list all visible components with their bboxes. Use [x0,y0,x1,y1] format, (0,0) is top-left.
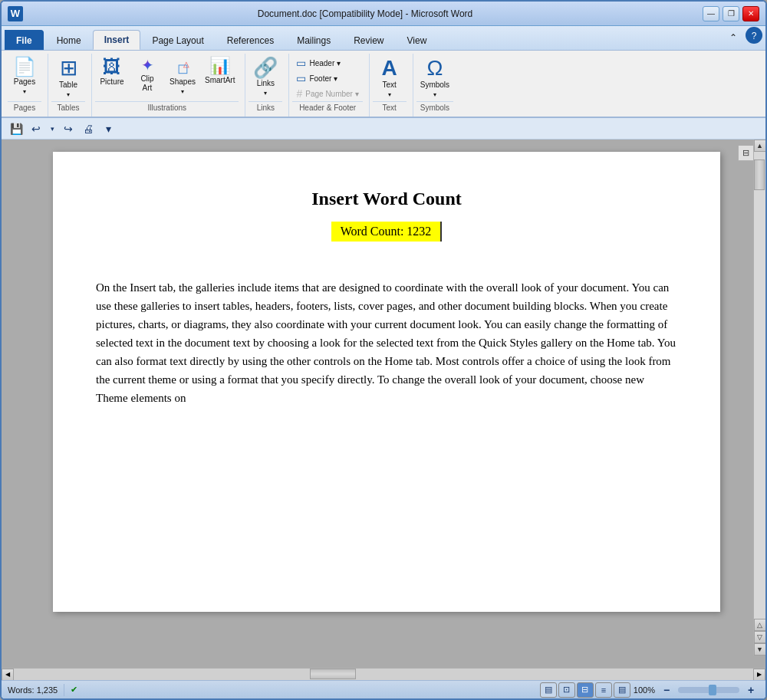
scroll-track[interactable] [754,152,765,619]
links-button[interactable]: 🔗 Links▾ [249,55,282,100]
application-window: W Document.doc [Compatibility Mode] - Mi… [0,0,767,700]
status-bar-right: ▤ ⊡ ⊟ ≡ ▤ 100% − + [540,682,759,698]
highlighted-text-wrapper: Word Count: 1232 [96,222,677,260]
web-layout-view[interactable]: ⊟ [577,682,594,698]
side-view-button[interactable]: ⊟ [739,146,753,161]
undo-dropdown[interactable]: ▾ [48,121,57,136]
tab-page-layout[interactable]: Page Layout [140,30,215,50]
scroll-left-button[interactable]: ◀ [2,669,14,681]
view-buttons: ▤ ⊡ ⊟ ≡ ▤ [540,682,630,698]
save-button[interactable]: 💾 [8,121,25,136]
smartart-button[interactable]: 📊 SmartArt [201,55,239,87]
status-bar: Words: 1,235 ✔ ▤ ⊡ ⊟ ≡ ▤ 100% − + [2,680,765,698]
word-count-status[interactable]: Words: 1,235 [8,685,58,695]
zoom-level: 100% [634,685,655,695]
pagenumber-button[interactable]: # Page Number ▾ [292,86,362,101]
h-scroll-track[interactable] [14,669,753,680]
full-screen-view[interactable]: ⊡ [558,682,575,698]
zoom-label: 100% [634,685,655,695]
print-layout-view[interactable]: ▤ [540,682,557,698]
clipart-icon: ✦ [141,58,154,73]
word-count-label: Words: 1,235 [8,685,58,695]
scroll-right-button[interactable]: ▶ [753,669,765,681]
tab-mailings[interactable]: Mailings [285,30,342,50]
pagenumber-label: Page Number ▾ [305,90,358,98]
tab-home[interactable]: Home [45,30,93,50]
header-footer-group-label: Header & Footer [292,101,362,113]
window-controls: — ❐ ✕ [703,6,759,21]
header-button[interactable]: ▭ Header ▾ [292,55,362,71]
shapes-button[interactable]: ◻ △ Shapes▾ [166,55,199,98]
redo-button[interactable]: ↪ [60,121,77,136]
outline-view[interactable]: ≡ [595,682,612,698]
scroll-down-button[interactable]: ▼ [754,643,766,656]
ribbon-group-text: A Text▾ Text [370,54,413,117]
zoom-slider[interactable] [678,687,739,693]
links-icon: 🔗 [253,58,278,77]
tab-insert[interactable]: Insert [93,30,141,50]
tab-view[interactable]: View [396,30,439,50]
pagenumber-icon: # [296,87,302,100]
table-button[interactable]: ⊞ Table▾ [51,55,85,101]
symbols-label: Symbols▾ [420,81,449,99]
document-title: Insert Word Count [96,189,677,209]
quick-access-toolbar: 💾 ↩ ▾ ↪ 🖨 ▾ [2,118,765,140]
pages-icon: 📄 [13,58,36,76]
close-button[interactable]: ✕ [742,6,759,21]
status-separator-1 [64,684,64,696]
tab-references[interactable]: References [216,30,285,50]
side-toolbar: ⊟ [738,146,753,161]
header-label: Header ▾ [309,59,341,67]
table-label: Table▾ [59,81,77,99]
document-body: On the Insert tab, the galleries include… [96,278,677,407]
links-label: Links▾ [257,79,275,97]
ribbon-content: 📄 Pages▾ Pages ⊞ Table▾ Tables 🖼 Picture [2,51,765,118]
draft-view[interactable]: ▤ [614,682,630,698]
document-page: Insert Word Count Word Count: 1232 On th… [53,152,720,612]
symbols-button[interactable]: Ω Symbols▾ [416,55,453,101]
app-icon: W [8,6,23,21]
pages-group-label: Pages [8,101,41,113]
tab-review[interactable]: Review [342,30,395,50]
vertical-scrollbar[interactable]: ▲ △ ▽ ▼ [753,140,765,656]
zoom-out-button[interactable]: − [658,682,675,698]
smartart-icon: 📊 [209,58,230,74]
scroll-thumb[interactable] [754,159,765,190]
text-group-label: Text [373,101,407,113]
undo-button[interactable]: ↩ [28,121,44,136]
customize-button[interactable]: ▾ [100,121,117,136]
h-scroll-thumb[interactable] [310,669,356,679]
symbols-group-label: Symbols [416,101,453,113]
restore-button[interactable]: ❐ [723,6,739,21]
header-footer-items: ▭ Header ▾ ▭ Footer ▾ # Page Number ▾ [292,55,362,101]
scroll-page-up[interactable]: △ [754,619,766,631]
scroll-page-down[interactable]: ▽ [754,631,766,643]
clipart-button[interactable]: ✦ ClipArt [130,55,164,95]
header-icon: ▭ [296,57,306,69]
zoom-thumb[interactable] [709,685,716,695]
picture-button[interactable]: 🖼 Picture [95,55,129,89]
horizontal-scrollbar[interactable]: ◀ ▶ [2,668,765,680]
highlighted-text: Word Count: 1232 [331,222,443,242]
minimize-button[interactable]: — [703,6,719,21]
footer-button[interactable]: ▭ Footer ▾ [292,71,362,86]
document-scroll-area: Insert Word Count Word Count: 1232 On th… [2,140,765,668]
ribbon-group-header-footer: ▭ Header ▾ ▭ Footer ▾ # Page Number ▾ He… [289,54,369,117]
help-button[interactable]: ? [746,27,762,44]
pages-button[interactable]: 📄 Pages▾ [8,55,41,98]
proofing-status[interactable]: ✔ [71,685,77,695]
text-button[interactable]: A Text▾ [373,55,407,101]
zoom-in-button[interactable]: + [742,682,759,698]
document-container: ⊟ Insert Word Count Word Count: 1232 On … [2,140,765,668]
pages-label: Pages▾ [14,77,35,96]
smartart-label: SmartArt [205,76,235,85]
picture-label: Picture [100,77,123,87]
tables-group-label: Tables [51,101,85,113]
ribbon-group-symbols: Ω Symbols▾ Symbols [413,54,459,117]
illustrations-group-label: Illustrations [95,101,239,113]
tab-file[interactable]: File [5,30,44,50]
help-arrow[interactable]: ⌃ [724,27,742,47]
scroll-up-button[interactable]: ▲ [754,140,766,152]
check-icon: ✔ [71,685,77,695]
print-button[interactable]: 🖨 [80,121,97,136]
